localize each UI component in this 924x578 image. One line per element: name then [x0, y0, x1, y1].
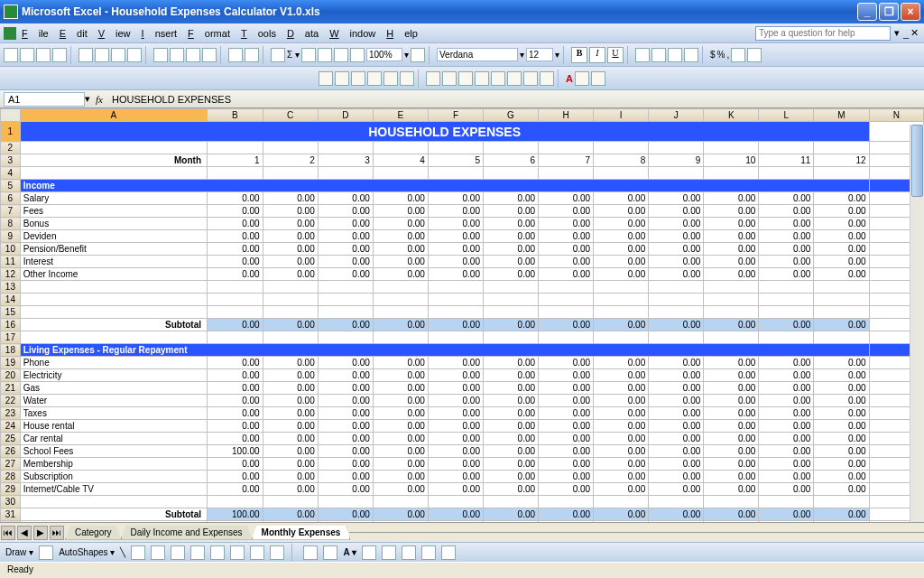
data-cell[interactable]: 0.00: [483, 420, 538, 433]
row-label[interactable]: Taxes: [20, 407, 207, 420]
data-cell[interactable]: 0.00: [373, 268, 428, 281]
data-cell[interactable]: 0.00: [649, 369, 704, 382]
row-header[interactable]: 12: [1, 268, 21, 281]
row-header[interactable]: 1: [1, 122, 21, 142]
clipart-icon[interactable]: [250, 545, 264, 560]
data-cell[interactable]: 0.00: [483, 192, 538, 205]
subtotal-cell[interactable]: 0.00: [428, 508, 483, 521]
data-cell[interactable]: 0.00: [704, 230, 759, 243]
data-cell[interactable]: 0.00: [483, 395, 538, 407]
merge-icon[interactable]: [684, 48, 698, 62]
research-icon[interactable]: [127, 48, 142, 62]
data-cell[interactable]: 0.00: [318, 230, 373, 243]
row-header[interactable]: 10: [1, 243, 21, 256]
row-header[interactable]: 11: [1, 256, 21, 268]
tb2-icon[interactable]: [591, 71, 605, 86]
data-cell[interactable]: 0.00: [428, 192, 483, 205]
data-cell[interactable]: 0.00: [263, 230, 318, 243]
data-cell[interactable]: 0.00: [373, 471, 428, 483]
subtotal-cell[interactable]: 0.00: [814, 319, 869, 331]
data-cell[interactable]: 0.00: [539, 445, 594, 458]
data-cell[interactable]: 0.00: [594, 445, 649, 458]
data-cell[interactable]: 0.00: [759, 445, 814, 458]
data-cell[interactable]: 0.00: [208, 230, 263, 243]
data-cell[interactable]: 0.00: [594, 230, 649, 243]
data-cell[interactable]: 0.00: [649, 420, 704, 433]
subtotal-cell[interactable]: 0.00: [373, 319, 428, 331]
row-label[interactable]: Gas: [20, 382, 207, 395]
data-cell[interactable]: 0.00: [594, 268, 649, 281]
picture-icon[interactable]: [270, 545, 284, 560]
data-cell[interactable]: 0.00: [704, 382, 759, 395]
dash-icon[interactable]: [382, 545, 396, 560]
data-cell[interactable]: 0.00: [539, 433, 594, 445]
data-cell[interactable]: 0.00: [318, 483, 373, 496]
sheet-tab[interactable]: Monthly Expenses: [252, 526, 351, 540]
tab-nav-first[interactable]: ⏮: [1, 526, 15, 540]
data-cell[interactable]: 0.00: [483, 230, 538, 243]
data-cell[interactable]: 0.00: [759, 420, 814, 433]
undo-icon[interactable]: [228, 48, 243, 62]
data-cell[interactable]: 0.00: [318, 458, 373, 471]
data-cell[interactable]: 0.00: [318, 256, 373, 268]
column-header[interactable]: F: [428, 109, 483, 122]
cut-icon[interactable]: [153, 48, 168, 62]
data-cell[interactable]: 0.00: [649, 382, 704, 395]
month-cell[interactable]: 12: [814, 154, 869, 167]
textbox-icon[interactable]: [190, 545, 205, 560]
row-header[interactable]: 16: [1, 319, 21, 331]
subtotal-cell[interactable]: 0.00: [208, 319, 263, 331]
help-search-input[interactable]: [755, 26, 891, 41]
data-cell[interactable]: 0.00: [539, 382, 594, 395]
month-cell[interactable]: 7: [539, 154, 594, 167]
month-label[interactable]: Month: [20, 154, 207, 167]
data-cell[interactable]: 0.00: [263, 218, 318, 230]
data-cell[interactable]: 0.00: [649, 357, 704, 369]
data-cell[interactable]: 0.00: [428, 382, 483, 395]
data-cell[interactable]: 0.00: [539, 256, 594, 268]
data-cell[interactable]: 0.00: [759, 205, 814, 218]
open-icon[interactable]: [20, 48, 34, 62]
data-cell[interactable]: 0.00: [759, 483, 814, 496]
menu-tools[interactable]: Tools: [241, 28, 276, 39]
data-cell[interactable]: 0.00: [814, 268, 869, 281]
zoom-box[interactable]: 100%: [366, 48, 402, 61]
data-cell[interactable]: 0.00: [483, 445, 538, 458]
subtotal-cell[interactable]: 0.00: [428, 319, 483, 331]
tb2-icon[interactable]: [475, 71, 489, 86]
data-cell[interactable]: 0.00: [483, 407, 538, 420]
column-header[interactable]: G: [483, 109, 538, 122]
menu-view[interactable]: View: [98, 28, 131, 39]
data-cell[interactable]: 0.00: [814, 395, 869, 407]
data-cell[interactable]: 0.00: [373, 420, 428, 433]
data-cell[interactable]: 0.00: [814, 420, 869, 433]
data-cell[interactable]: 0.00: [814, 243, 869, 256]
data-cell[interactable]: 0.00: [373, 369, 428, 382]
row-header[interactable]: 18: [1, 344, 21, 357]
sort-desc-icon[interactable]: [318, 48, 332, 62]
data-cell[interactable]: 0.00: [208, 192, 263, 205]
decrease-decimal-icon[interactable]: [747, 48, 762, 62]
data-cell[interactable]: 0.00: [539, 458, 594, 471]
font-size-select[interactable]: 12: [526, 48, 553, 61]
data-cell[interactable]: 0.00: [704, 458, 759, 471]
tb2-icon[interactable]: [319, 71, 333, 86]
column-header[interactable]: B: [208, 109, 263, 122]
data-cell[interactable]: 0.00: [594, 407, 649, 420]
data-cell[interactable]: 0.00: [373, 407, 428, 420]
line-icon[interactable]: [323, 545, 337, 560]
data-cell[interactable]: 0.00: [428, 420, 483, 433]
data-cell[interactable]: 0.00: [373, 445, 428, 458]
month-cell[interactable]: 6: [483, 154, 538, 167]
data-cell[interactable]: 0.00: [483, 483, 538, 496]
data-cell[interactable]: 0.00: [373, 205, 428, 218]
data-cell[interactable]: 0.00: [483, 268, 538, 281]
column-header[interactable]: I: [594, 109, 649, 122]
data-cell[interactable]: 0.00: [263, 471, 318, 483]
row-label[interactable]: Electricity: [20, 369, 207, 382]
data-cell[interactable]: 0.00: [428, 256, 483, 268]
menu-help[interactable]: Help: [386, 28, 418, 39]
data-cell[interactable]: 0.00: [208, 243, 263, 256]
menu-insert[interactable]: Insert: [142, 28, 178, 39]
data-cell[interactable]: 0.00: [263, 268, 318, 281]
